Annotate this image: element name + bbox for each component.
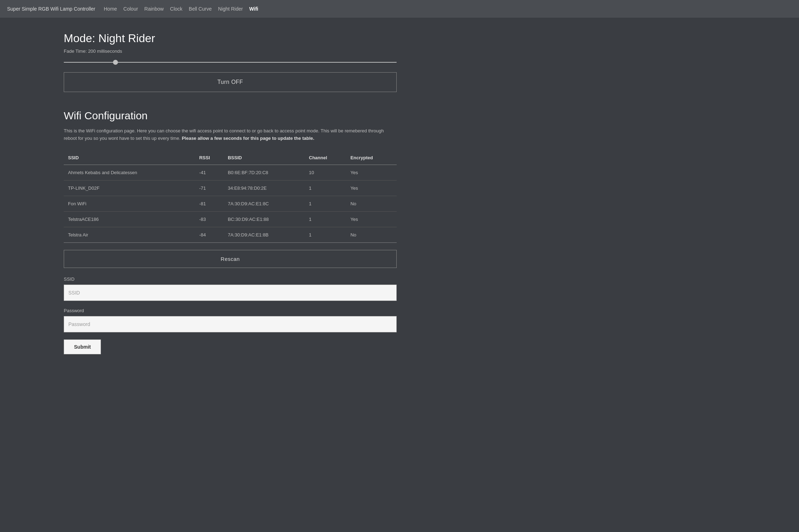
- col-header-channel: Channel: [306, 151, 347, 165]
- cell-bssid: 34:E8:94:78:D0:2E: [225, 180, 306, 196]
- wifi-table: SSID RSSI BSSID Channel Encrypted Ahmets…: [64, 151, 397, 243]
- cell-encrypted: Yes: [347, 180, 397, 196]
- cell-rssi: -81: [196, 196, 225, 211]
- cell-bssid: 7A:30:D9:AC:E1:8C: [225, 196, 306, 211]
- col-header-ssid: SSID: [64, 151, 196, 165]
- cell-channel: 1: [306, 227, 347, 242]
- rescan-button[interactable]: Rescan: [64, 250, 397, 268]
- fade-slider-container: [64, 58, 397, 64]
- wifi-description: This is the WiFi configuration page. Her…: [64, 127, 397, 142]
- navbar-brand: Super Simple RGB Wifi Lamp Controller: [7, 6, 95, 12]
- wifi-config-title: Wifi Configuration: [64, 110, 397, 122]
- cell-encrypted: Yes: [347, 165, 397, 180]
- cell-bssid: 7A:30:D9:AC:E1:8B: [225, 227, 306, 242]
- table-row[interactable]: Fon WiFi-817A:30:D9:AC:E1:8C1No: [64, 196, 397, 211]
- cell-channel: 1: [306, 211, 347, 227]
- cell-rssi: -84: [196, 227, 225, 242]
- wifi-description-bold: Please allow a few seconds for this page…: [182, 136, 314, 141]
- table-row[interactable]: Telstra Air-847A:30:D9:AC:E1:8B1No: [64, 227, 397, 242]
- cell-channel: 10: [306, 165, 347, 180]
- password-label: Password: [64, 308, 397, 313]
- nav-link-wifi[interactable]: Wifi: [249, 6, 259, 12]
- table-row[interactable]: Ahmets Kebabs and Delicatessen-41B0:6E:B…: [64, 165, 397, 180]
- cell-channel: 1: [306, 196, 347, 211]
- nav-link-home[interactable]: Home: [104, 6, 117, 12]
- col-header-encrypted: Encrypted: [347, 151, 397, 165]
- cell-encrypted: No: [347, 196, 397, 211]
- ssid-input[interactable]: [64, 285, 397, 301]
- cell-encrypted: No: [347, 227, 397, 242]
- cell-ssid: TelstraACE186: [64, 211, 196, 227]
- nav-link-clock[interactable]: Clock: [170, 6, 182, 12]
- navbar: Super Simple RGB Wifi Lamp Controller Ho…: [0, 0, 799, 18]
- nav-link-bell-curve[interactable]: Bell Curve: [189, 6, 212, 12]
- cell-bssid: BC:30:D9:AC:E1:88: [225, 211, 306, 227]
- submit-button[interactable]: Submit: [64, 339, 101, 354]
- cell-encrypted: Yes: [347, 211, 397, 227]
- table-row[interactable]: TP-LINK_D02F-7134:E8:94:78:D0:2E1Yes: [64, 180, 397, 196]
- navbar-links: Home Colour Rainbow Clock Bell Curve Nig…: [104, 6, 258, 12]
- cell-ssid: Telstra Air: [64, 227, 196, 242]
- mode-title: Mode: Night Rider: [64, 32, 397, 45]
- cell-channel: 1: [306, 180, 347, 196]
- cell-rssi: -83: [196, 211, 225, 227]
- table-row[interactable]: TelstraACE186-83BC:30:D9:AC:E1:881Yes: [64, 211, 397, 227]
- cell-bssid: B0:6E:BF:7D:20:C8: [225, 165, 306, 180]
- cell-ssid: Fon WiFi: [64, 196, 196, 211]
- main-content: Mode: Night Rider Fade Time: 200 millise…: [0, 18, 460, 368]
- ssid-label: SSID: [64, 276, 397, 282]
- password-input[interactable]: [64, 316, 397, 332]
- col-header-bssid: BSSID: [225, 151, 306, 165]
- fade-time-label: Fade Time: 200 milliseconds: [64, 48, 397, 54]
- nav-link-colour[interactable]: Colour: [123, 6, 138, 12]
- col-header-rssi: RSSI: [196, 151, 225, 165]
- nav-link-rainbow[interactable]: Rainbow: [144, 6, 164, 12]
- cell-rssi: -41: [196, 165, 225, 180]
- wifi-table-body: Ahmets Kebabs and Delicatessen-41B0:6E:B…: [64, 165, 397, 242]
- fade-time-slider[interactable]: [64, 62, 397, 63]
- cell-ssid: Ahmets Kebabs and Delicatessen: [64, 165, 196, 180]
- cell-ssid: TP-LINK_D02F: [64, 180, 196, 196]
- nav-link-night-rider[interactable]: Night Rider: [218, 6, 243, 12]
- cell-rssi: -71: [196, 180, 225, 196]
- wifi-table-header: SSID RSSI BSSID Channel Encrypted: [64, 151, 397, 165]
- turn-off-button[interactable]: Turn OFF: [64, 72, 397, 92]
